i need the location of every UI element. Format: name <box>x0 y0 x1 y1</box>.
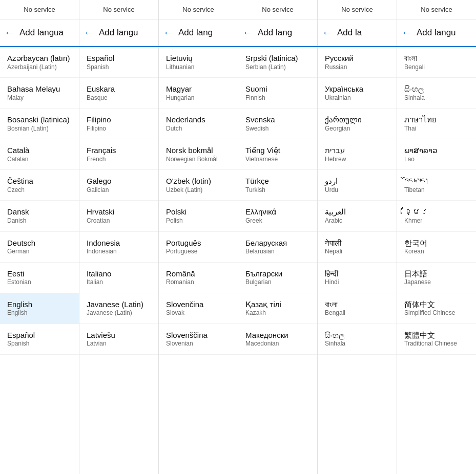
lang-item-1-1[interactable]: EuskaraBasque <box>79 78 158 109</box>
lang-native-3-6: Беларуская <box>245 238 310 248</box>
lang-english-3-2: Swedish <box>245 125 310 133</box>
lang-english-1-2: Filipino <box>87 125 151 133</box>
lang-native-0-0: Azərbaycan (latın) <box>7 53 72 63</box>
lang-item-3-4[interactable]: TürkçeTurkish <box>238 170 317 201</box>
lang-item-5-7[interactable]: 日本語Japanese <box>397 263 476 293</box>
lang-item-0-8[interactable]: EnglishEnglish <box>0 293 79 324</box>
back-arrow-0[interactable]: ← <box>4 26 15 39</box>
lang-item-3-3[interactable]: Tiếng ViệtVietnamese <box>238 139 317 170</box>
lang-item-4-0[interactable]: РусскийRussian <box>318 47 397 78</box>
lang-item-1-6[interactable]: IndonesiaIndonesian <box>79 232 158 263</box>
header-title-3: Add lang <box>258 28 292 38</box>
lang-item-5-6[interactable]: 한국어Korean <box>397 232 476 263</box>
back-arrow-5[interactable]: ← <box>401 26 412 39</box>
lang-native-1-3: Français <box>87 145 151 156</box>
lang-native-1-9: Latviešu <box>87 330 151 340</box>
lang-item-0-7[interactable]: EestiEstonian <box>0 263 79 293</box>
lang-english-2-0: Lithuanian <box>166 63 231 72</box>
lang-item-0-5[interactable]: DanskDanish <box>0 201 79 231</box>
lang-item-2-8[interactable]: SlovenčinaSlovak <box>159 293 238 324</box>
lang-item-5-3[interactable]: ພາສາລາວLao <box>397 139 476 170</box>
column-2: LietuviųLithuanianMagyarHungarianNederla… <box>159 47 238 474</box>
lang-item-5-8[interactable]: 简体中文Simplified Chinese <box>397 293 476 324</box>
column-0: Azərbaycan (latın)Azerbaijani (Latin)Bah… <box>0 47 79 474</box>
lang-item-1-3[interactable]: FrançaisFrench <box>79 139 158 170</box>
lang-item-1-7[interactable]: ItalianoItalian <box>79 263 158 293</box>
lang-item-1-0[interactable]: EspañolSpanish <box>79 47 158 78</box>
lang-item-5-9[interactable]: 繁體中文Traditional Chinese <box>397 324 476 355</box>
lang-english-4-9: Sinhala <box>325 340 389 348</box>
lang-item-2-4[interactable]: O'zbek (lotin)Uzbek (Latin) <box>159 170 238 201</box>
lang-item-1-2[interactable]: FilipinoFilipino <box>79 109 158 139</box>
lang-item-4-6[interactable]: नेपालीNepali <box>318 232 397 263</box>
lang-item-1-8[interactable]: Javanese (Latin)Javanese (Latin) <box>79 293 158 324</box>
lang-item-2-2[interactable]: NederlandsDutch <box>159 109 238 139</box>
lang-item-2-0[interactable]: LietuviųLithuanian <box>159 47 238 78</box>
back-arrow-1[interactable]: ← <box>84 26 95 39</box>
lang-english-1-8: Javanese (Latin) <box>87 309 151 317</box>
lang-item-3-7[interactable]: БългарскиBulgarian <box>238 263 317 293</box>
lang-english-0-7: Estonian <box>7 278 72 287</box>
lang-item-2-7[interactable]: RomânăRomanian <box>159 263 238 293</box>
lang-english-0-0: Azerbaijani (Latin) <box>7 63 72 72</box>
lang-item-3-6[interactable]: БеларускаяBelarusian <box>238 232 317 263</box>
lang-native-0-3: Català <box>7 145 72 156</box>
lang-item-3-8[interactable]: Қазақ тіліKazakh <box>238 293 317 324</box>
lang-native-3-3: Tiếng Việt <box>245 145 310 156</box>
lang-item-3-1[interactable]: SuomiFinnish <box>238 78 317 109</box>
lang-native-5-4: བོད་སྐད། <box>404 176 469 186</box>
lang-native-3-5: Ελληνικά <box>245 207 310 217</box>
lang-item-1-5[interactable]: HrvatskiCroatian <box>79 201 158 231</box>
lang-english-1-5: Croatian <box>87 217 151 225</box>
header-bar: ←Add langua←Add langu←Add lang←Add lang←… <box>0 19 476 47</box>
lang-item-4-3[interactable]: עבריתHebrew <box>318 139 397 170</box>
lang-item-3-0[interactable]: Srpski (latinica)Serbian (Latin) <box>238 47 317 78</box>
back-arrow-4[interactable]: ← <box>322 26 333 39</box>
lang-native-1-1: Euskara <box>87 84 151 94</box>
lang-english-3-9: Macedonian <box>245 340 310 348</box>
header-title-2: Add lang <box>178 28 213 38</box>
lang-item-4-8[interactable]: বাংলাBengali <box>318 293 397 324</box>
back-arrow-2[interactable]: ← <box>163 26 174 39</box>
lang-item-0-1[interactable]: Bahasa MelayuMalay <box>0 78 79 109</box>
lang-item-2-3[interactable]: Norsk bokmålNorwegian Bokmål <box>159 139 238 170</box>
lang-item-0-6[interactable]: DeutschGerman <box>0 232 79 263</box>
lang-item-0-0[interactable]: Azərbaycan (latın)Azerbaijani (Latin) <box>0 47 79 78</box>
lang-item-4-1[interactable]: УкраїнськаUkrainian <box>318 78 397 109</box>
lang-native-5-9: 繁體中文 <box>404 330 469 340</box>
lang-item-2-5[interactable]: PolskiPolish <box>159 201 238 231</box>
lang-item-0-2[interactable]: Bosanski (latinica)Bosnian (Latin) <box>0 109 79 139</box>
lang-native-4-2: ქართული <box>325 115 389 125</box>
lang-item-5-5[interactable]: ខ្មែរKhmer <box>397 201 476 231</box>
lang-item-5-4[interactable]: བོད་སྐད།Tibetan <box>397 170 476 201</box>
lang-english-5-8: Simplified Chinese <box>404 309 469 317</box>
lang-item-1-4[interactable]: GalegoGalician <box>79 170 158 201</box>
lang-item-3-5[interactable]: ΕλληνικάGreek <box>238 201 317 231</box>
lang-item-3-9[interactable]: МакедонскиMacedonian <box>238 324 317 355</box>
lang-item-2-6[interactable]: PortuguêsPortuguese <box>159 232 238 263</box>
lang-item-3-2[interactable]: SvenskaSwedish <box>238 109 317 139</box>
lang-item-1-9[interactable]: LatviešuLatvian <box>79 324 158 355</box>
lang-item-2-9[interactable]: SlovenščinaSlovenian <box>159 324 238 355</box>
lang-native-4-4: اردو <box>325 176 389 186</box>
lang-english-2-4: Uzbek (Latin) <box>166 186 231 195</box>
back-arrow-3[interactable]: ← <box>242 26 254 39</box>
lang-item-5-0[interactable]: বাংলাBengali <box>397 47 476 78</box>
lang-item-0-3[interactable]: CatalàCatalan <box>0 139 79 170</box>
lang-item-0-4[interactable]: ČeštinaCzech <box>0 170 79 201</box>
lang-item-4-5[interactable]: العربيةArabic <box>318 201 397 231</box>
lang-item-4-9[interactable]: සිංහලSinhala <box>318 324 397 355</box>
lang-item-0-9[interactable]: EspañolSpanish <box>0 324 79 355</box>
lang-native-1-2: Filipino <box>87 115 151 125</box>
lang-native-2-5: Polski <box>166 207 231 217</box>
lang-english-5-1: Sinhala <box>404 94 469 102</box>
lang-item-2-1[interactable]: MagyarHungarian <box>159 78 238 109</box>
column-5: বাংলাBengaliසිංහලSinhalaภาษาไทยThaiພາສາລ… <box>397 47 476 474</box>
lang-item-5-1[interactable]: සිංහලSinhala <box>397 78 476 109</box>
lang-item-4-2[interactable]: ქართულიGeorgian <box>318 109 397 139</box>
lang-english-3-6: Belarusian <box>245 248 310 256</box>
lang-native-2-0: Lietuvių <box>166 53 231 63</box>
lang-item-4-4[interactable]: اردوUrdu <box>318 170 397 201</box>
lang-item-4-7[interactable]: हिन्दीHindi <box>318 263 397 293</box>
lang-item-5-2[interactable]: ภาษาไทยThai <box>397 109 476 139</box>
